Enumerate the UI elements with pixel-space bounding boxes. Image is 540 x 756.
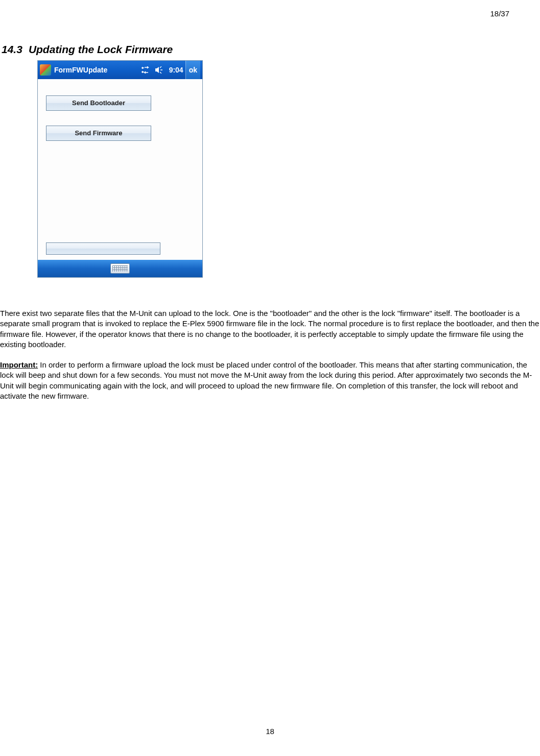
- window-content: Send Bootloader Send Firmware: [38, 79, 202, 260]
- connectivity-icon[interactable]: [140, 65, 151, 75]
- progress-bar: [46, 242, 160, 255]
- volume-icon[interactable]: [154, 65, 164, 75]
- section-number: 14.3: [2, 43, 22, 56]
- system-tray: 9:04: [140, 65, 185, 75]
- paragraph-1: There exist two separate files that the …: [0, 308, 540, 350]
- ok-button[interactable]: ok: [185, 61, 200, 79]
- body-text: There exist two separate files that the …: [0, 308, 540, 411]
- send-firmware-button[interactable]: Send Firmware: [46, 126, 151, 141]
- important-label: Important:: [0, 360, 38, 369]
- window-bottombar: [38, 260, 202, 277]
- embedded-screenshot: FormFWUpdate 9:04 ok Send Bootloader Sen…: [37, 60, 203, 278]
- section-heading: 14.3Updating the Lock Firmware: [2, 43, 173, 56]
- section-title: Updating the Lock Firmware: [29, 43, 173, 55]
- page-counter: 18/37: [490, 9, 509, 18]
- clock: 9:04: [169, 66, 183, 74]
- keyboard-icon[interactable]: [110, 263, 130, 274]
- send-bootloader-button[interactable]: Send Bootloader: [46, 95, 151, 111]
- paragraph-2: Important: In order to perform a firmwar…: [0, 360, 540, 401]
- window-title: FormFWUpdate: [54, 66, 140, 74]
- windows-start-icon[interactable]: [40, 64, 51, 76]
- window-titlebar: FormFWUpdate 9:04 ok: [38, 61, 202, 79]
- paragraph-2-text: In order to perform a firmware upload th…: [0, 360, 532, 400]
- page-number: 18: [266, 727, 274, 736]
